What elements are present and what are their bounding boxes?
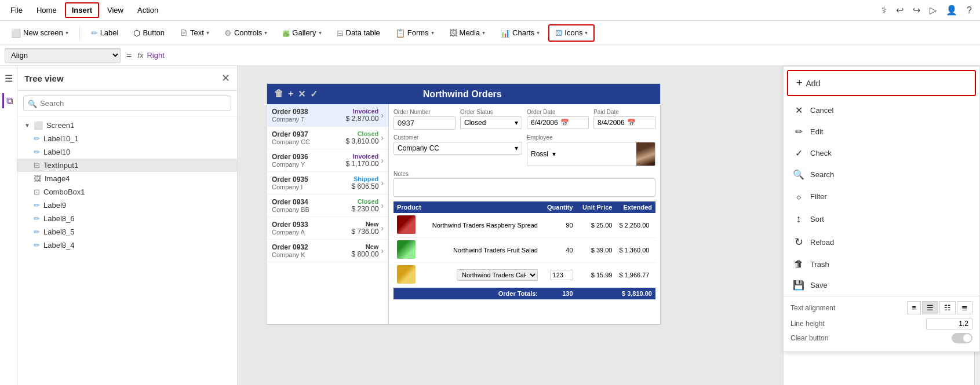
- tree-item-label10[interactable]: ✏ Label10: [17, 145, 237, 159]
- play-icon[interactable]: ▷: [926, 2, 940, 18]
- media-button[interactable]: 🖼 Media ▾: [443, 25, 491, 41]
- text-chevron: ▾: [206, 30, 209, 36]
- text-button[interactable]: 🖹 Text ▾: [173, 25, 216, 41]
- app-canvas: 🗑 + ✕ ✓ Northwind Orders Order 0938: [267, 83, 661, 325]
- order-date-input[interactable]: 6/4/2006 📅: [527, 116, 589, 129]
- search-icon2: 🔍: [793, 169, 804, 180]
- product-qty-2[interactable]: [541, 263, 577, 288]
- tree-item-label10-1[interactable]: ✏ Label10_1: [17, 132, 237, 145]
- employee-select[interactable]: Rossi ▾: [527, 142, 655, 166]
- close-header-icon[interactable]: ✕: [298, 89, 305, 100]
- user-icon[interactable]: 👤: [942, 2, 961, 18]
- product-img-1: [394, 238, 421, 263]
- align-left-button[interactable]: ≡: [907, 301, 921, 314]
- trash-header-icon[interactable]: 🗑: [274, 89, 283, 100]
- tree-close-button[interactable]: ✕: [221, 72, 230, 85]
- order-item-0934[interactable]: Order 0934 Company BB Closed $ 230.00 ›: [267, 195, 388, 217]
- formula-bar: Align = fx Right: [0, 45, 980, 66]
- order-item-0933[interactable]: Order 0933 Company A New $ 736.00 ›: [267, 217, 388, 240]
- tree-item-image4[interactable]: 🖼 Image4: [17, 172, 237, 185]
- tree-item-combobox1[interactable]: ⊡ ComboBox1: [17, 185, 237, 199]
- layers-icon[interactable]: ⧉: [2, 93, 15, 108]
- menu-view[interactable]: View: [101, 3, 129, 17]
- employee-avatar: [636, 142, 655, 166]
- order-item-0932[interactable]: Order 0932 Company K New $ 800.00 ›: [267, 240, 388, 262]
- save-icon: 💾: [793, 280, 804, 291]
- customer-select[interactable]: Company CC ▾: [394, 142, 522, 155]
- tree-item-screen1[interactable]: ▼ ⬜ Screen1: [17, 119, 237, 132]
- product-select-2[interactable]: Northwind Traders Cake Mix: [457, 269, 538, 281]
- tree-item-label9[interactable]: ✏ Label9: [17, 199, 237, 212]
- menu-insert[interactable]: Insert: [65, 2, 99, 18]
- reload-icon: ↻: [793, 236, 804, 248]
- label-button[interactable]: ✏ Label: [85, 25, 125, 41]
- filter-icon: ⬦: [793, 190, 804, 203]
- icon-search-item[interactable]: 🔍 Search: [784, 164, 979, 185]
- controls-button[interactable]: ⚙ Controls ▾: [218, 25, 274, 41]
- tree-item-textinput1[interactable]: ⊟ TextInput1: [17, 159, 237, 172]
- formula-value[interactable]: Right: [147, 51, 164, 60]
- icon-trash-item[interactable]: 🗑 Trash: [784, 254, 979, 274]
- order-item-0937[interactable]: Order 0937 Company CC Closed $ 3,810.00 …: [267, 127, 388, 149]
- help-icon[interactable]: ?: [963, 3, 975, 18]
- customer-label: Customer: [394, 134, 522, 141]
- icon-reload-item[interactable]: ↻ Reload: [784, 230, 979, 254]
- icons-button[interactable]: ⚄ Icons ▾: [548, 24, 595, 42]
- canvas-area: 🗑 + ✕ ✓ Northwind Orders Order 0938: [238, 66, 783, 385]
- icon-sort-item[interactable]: ↕ Sort: [784, 208, 979, 230]
- notes-input[interactable]: [394, 178, 655, 197]
- order-item-0936[interactable]: Order 0936 Company Y Invoiced $ 1,170.00…: [267, 149, 388, 172]
- search-label: Search: [810, 170, 834, 179]
- gallery-button[interactable]: ▦ Gallery ▾: [276, 25, 327, 41]
- tuning-icon[interactable]: ⚕: [878, 2, 890, 18]
- textinput-node-icon: ⊟: [34, 161, 40, 170]
- product-name-2[interactable]: Northwind Traders Cake Mix: [421, 263, 541, 288]
- align-center-button[interactable]: ☰: [922, 301, 938, 314]
- icon-cancel-item[interactable]: ✕ Cancel: [784, 100, 979, 121]
- datatable-button[interactable]: ⊟ Data table: [330, 25, 387, 41]
- clear-button-toggle[interactable]: [952, 333, 972, 343]
- align-select[interactable]: Align: [5, 48, 121, 63]
- add-header-icon[interactable]: +: [288, 89, 293, 100]
- hamburger-icon[interactable]: ☰: [2, 71, 15, 86]
- icons-add-button[interactable]: + Add: [787, 70, 976, 96]
- align-justify-button[interactable]: ≣: [957, 301, 972, 314]
- tree-item-label8-4[interactable]: ✏ Label8_4: [17, 239, 237, 252]
- check-header-icon[interactable]: ✓: [310, 89, 318, 100]
- tree-label-textinput1: TextInput1: [43, 161, 78, 170]
- charts-button[interactable]: 📊 Charts ▾: [494, 25, 546, 41]
- icon-check-item[interactable]: ✓ Check: [784, 142, 979, 164]
- order-item-0935[interactable]: Order 0935 Company I Shipped $ 606.50 ›: [267, 172, 388, 195]
- paid-date-input[interactable]: 8/4/2006 📅: [593, 116, 655, 129]
- icon-edit-item[interactable]: ✏ Edit: [784, 121, 979, 142]
- order-status-select[interactable]: Closed ▾: [460, 116, 522, 129]
- button-button[interactable]: ⬡ Button: [127, 25, 171, 41]
- tree-item-label8-5[interactable]: ✏ Label8_5: [17, 225, 237, 239]
- tree-label-label8-4: Label8_4: [43, 241, 75, 250]
- toolbar: ⬜ New screen ▾ ✏ Label ⬡ Button 🖹 Text ▾…: [0, 21, 980, 45]
- order-item-0938[interactable]: Order 0938 Company T Invoiced $ 2,870.00…: [267, 104, 388, 127]
- image-node-icon: 🖼: [34, 174, 41, 183]
- tree-search-input[interactable]: [23, 96, 231, 111]
- icon-filter-item[interactable]: ⬦ Filter: [784, 185, 979, 208]
- icon-save-item[interactable]: 💾 Save: [784, 274, 979, 296]
- menu-action[interactable]: Action: [132, 3, 164, 17]
- align-right-button[interactable]: ☷: [939, 301, 956, 314]
- line-height-input[interactable]: [926, 318, 972, 329]
- tree-label-label8-6: Label8_6: [43, 214, 75, 223]
- forms-button[interactable]: 📋 Forms ▾: [389, 25, 440, 41]
- product-price-0: $ 25.00: [577, 213, 616, 238]
- undo-icon[interactable]: ↩: [892, 2, 907, 18]
- redo-icon[interactable]: ↪: [909, 2, 924, 18]
- tree-item-label8-6[interactable]: ✏ Label8_6: [17, 212, 237, 225]
- cancel-label: Cancel: [810, 106, 833, 115]
- product-table: Product Quantity Unit Price Extended Nor…: [394, 201, 655, 300]
- select-arrow-icon: ▾: [515, 119, 518, 127]
- order-number-value: 0937: [394, 116, 456, 130]
- new-screen-button[interactable]: ⬜ New screen ▾: [5, 25, 75, 41]
- media-icon: 🖼: [449, 28, 457, 38]
- menu-file[interactable]: File: [5, 3, 28, 17]
- product-img-2: [394, 263, 421, 288]
- menu-home[interactable]: Home: [31, 3, 63, 17]
- product-qty-input-2[interactable]: [550, 270, 573, 280]
